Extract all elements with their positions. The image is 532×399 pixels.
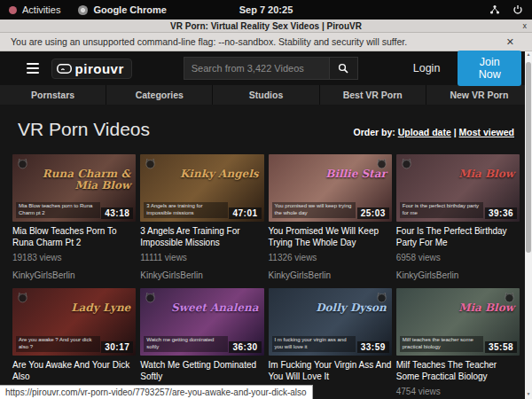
scrollbar-thumb[interactable] [526,62,531,253]
scrollbar-down-arrow[interactable]: ▼ [527,391,531,398]
join-now-button[interactable]: Join Now [458,51,521,86]
studio-link[interactable]: KinkyGirlsBerlin [269,270,392,280]
nav-item-best-vr-porn[interactable]: Best VR Porn [320,85,426,105]
video-thumbnail[interactable]: Dolly Dyson I m fucking your virgin ass … [269,288,392,356]
video-thumbnail[interactable]: Kinky Angels 3 Angels are training for i… [140,154,263,222]
video-title[interactable]: Milf Teaches The Teacher Some Practical … [396,360,520,382]
activities-button[interactable]: Activities [22,4,60,15]
video-thumbnail[interactable]: Mia Blow Milf teaches the teacher some p… [396,288,520,356]
status-url-bubble: https://pirouvr.com/vr-porn-video/779325… [0,385,313,399]
video-title[interactable]: Are You Awake And Your Dick Also [12,360,136,382]
distro-icon [9,6,17,14]
nav-item-pornstars[interactable]: Pornstars [0,85,106,105]
duration-badge: 47:01 [229,207,261,219]
nav-item-categories[interactable]: Categories [106,85,213,105]
view-count: 6958 views [396,253,520,262]
video-thumbnail[interactable]: Mia Blow Four is the perfect birthday pa… [396,154,520,222]
video-card: Mia Blow Four is the perfect birthday pa… [396,154,520,288]
thumbnail-overlay-title: Billie Star [274,168,387,180]
site-logo[interactable]: pirouvr [51,59,132,79]
view-count: 11111 views [140,253,263,262]
video-title[interactable]: 3 Angels Are Training For Impossible Mis… [140,226,263,248]
vr-goggles-icon [57,64,72,74]
order-by-separator: | [454,127,457,137]
view-count: 19183 views [12,253,136,262]
thumbnail-caption: You promised we will keep trying the who… [272,202,356,218]
video-title[interactable]: Mia Blow Teaches Porn To Runa Charm Pt 2 [12,226,136,248]
video-card: Sweet Analena Watch me getting dominated… [140,288,263,399]
infobar-message: You are using an unsupported command-lin… [11,36,506,47]
order-by-label: Order by: [353,127,395,137]
tab-title[interactable]: VR Porn: Virtual Reality Sex Videos | Pi… [0,21,532,31]
video-grid: Runa Charm & Mia Blow Mia Blow teaches p… [12,154,520,399]
studio-logo-watermark [375,157,388,170]
browser-tab-bar: VR Porn: Virtual Reality Sex Videos | Pi… [0,20,532,33]
tab-close-icon[interactable]: x [523,21,528,30]
thumbnail-overlay-title: Mia Blow [402,302,514,314]
video-title[interactable]: Four Is The Perfect Birthday Party For M… [396,226,520,248]
network-icon[interactable] [489,4,500,15]
studio-logo-watermark [16,157,29,170]
video-title[interactable]: You Promised We Will Keep Trying The Who… [269,226,392,248]
video-card: Lady Lyne Are you awake ? And your dick … [12,288,136,399]
video-thumbnail[interactable]: Sweet Analena Watch me getting dominated… [140,288,263,356]
video-thumbnail[interactable]: Billie Star You promised we will keep tr… [269,154,392,222]
studio-logo-watermark [400,157,413,170]
infobar-close-icon[interactable]: ✕ [506,36,514,48]
thumbnail-caption: Four is the perfect birthday party for m… [400,202,484,218]
duration-badge: 33:59 [357,341,389,353]
video-thumbnail[interactable]: Runa Charm & Mia Blow Mia Blow teaches p… [12,154,136,222]
thumbnail-overlay-title: Sweet Analena [145,302,258,314]
thumbnail-caption: Mia Blow teaches porn to Runa Charm pt 2 [16,202,100,218]
thumbnail-overlay-title: Runa Charm & Mia Blow [18,168,130,191]
studio-logo-watermark [144,291,157,304]
studio-link[interactable]: KinkyGirlsBerlin [140,270,263,280]
thumbnail-caption: Watch me getting dominated softly [144,336,228,352]
duration-badge: 25:03 [357,207,389,219]
search-button[interactable] [330,57,358,80]
nav-item-new-vr-porn[interactable]: New VR Porn [426,85,532,105]
search-input[interactable] [184,57,330,80]
main-nav: Pornstars Categories Studios Best VR Por… [0,85,532,105]
video-card: Kinky Angels 3 Angels are training for i… [140,154,263,288]
video-card: Mia Blow Milf teaches the teacher some p… [396,288,520,399]
thumbnail-overlay-title: Kinky Angels [145,168,258,180]
view-count: 4754 views [396,387,520,396]
order-by-most-viewed-link[interactable]: Most viewed [459,127,514,137]
video-title[interactable]: Watch Me Getting Dominated Softly [140,360,263,382]
page-title: VR Porn Videos [18,119,150,140]
chrome-infobar: You are using an unsupported command-lin… [0,33,532,51]
studio-link[interactable]: KinkyGirlsBerlin [12,270,136,280]
power-icon[interactable] [512,4,523,15]
thumbnail-caption: 3 Angels are training for impossible mis… [144,202,228,218]
duration-badge: 43:18 [101,207,133,219]
thumbnail-caption: Milf teaches the teacher some practical … [400,336,484,352]
video-card: Runa Charm & Mia Blow Mia Blow teaches p… [12,154,136,288]
order-by-controls: Order by: Upload date | Most viewed [353,127,514,137]
duration-badge: 36:30 [229,341,261,353]
duration-badge: 30:17 [101,341,133,353]
nav-item-studios[interactable]: Studios [213,85,319,105]
studio-logo-watermark [375,291,388,304]
menu-icon[interactable] [27,63,39,74]
logo-text: pirouvr [75,61,124,76]
studio-logo-watermark [16,291,29,304]
page-scrollbar[interactable]: ▲ ▼ [525,51,532,399]
order-by-upload-date-link[interactable]: Upload date [398,127,451,137]
page-content: VR Porn Videos Order by: Upload date | M… [0,105,532,399]
video-card: Billie Star You promised we will keep tr… [269,154,392,288]
thumbnail-overlay-title: Mia Blow [402,168,514,180]
thumbnail-overlay-title: Dolly Dyson [274,302,387,314]
system-top-bar: Activities Google Chrome Sep 7 20:25 [0,0,532,20]
scrollbar-up-arrow[interactable]: ▲ [527,51,531,59]
focused-app-menu[interactable]: Google Chrome [93,4,167,15]
studio-link[interactable]: KinkyGirlsBerlin [396,270,520,280]
studio-logo-watermark [144,157,157,170]
studio-logo-watermark [503,291,516,304]
search-bar [184,57,358,80]
duration-badge: 35:58 [485,341,517,353]
video-title[interactable]: Im Fucking Your Virgin Ass And You Will … [269,360,392,382]
search-icon [338,63,348,74]
video-thumbnail[interactable]: Lady Lyne Are you awake ? And your dick … [12,288,136,356]
login-link[interactable]: Login [413,62,441,74]
